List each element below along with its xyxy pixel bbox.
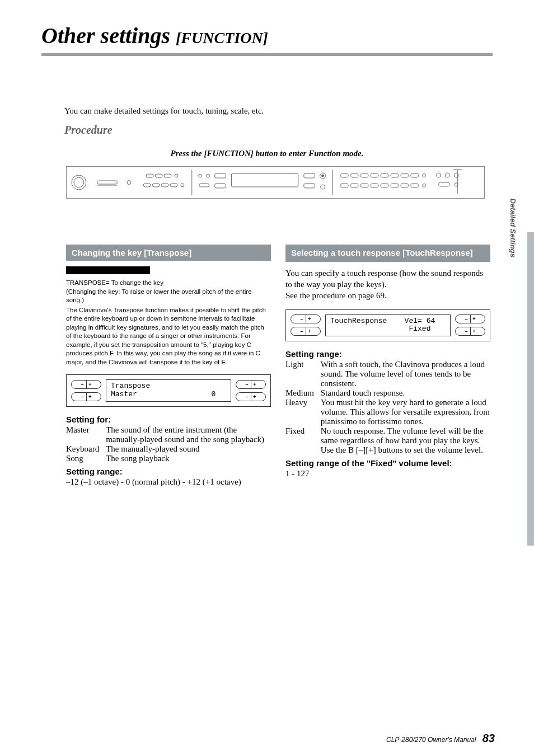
touch-heading: Selecting a touch response [TouchRespons… [285, 245, 490, 262]
term-fixed: Fixed [285, 426, 321, 455]
desc-fixed: No touch response. The volume level will… [321, 426, 490, 455]
touch-lcd-block: –+ –+ TouchResponse Vel= 64 Fixed –+ –+ [285, 309, 490, 342]
c-minus-plus-button-r[interactable]: –+ [291, 327, 321, 336]
b-minus-plus-button[interactable]: –+ [236, 380, 266, 389]
a-minus-plus-button[interactable]: –+ [71, 380, 101, 389]
panel-svg [67, 167, 484, 198]
svg-point-45 [436, 173, 441, 177]
svg-rect-27 [340, 173, 348, 177]
desc-keyboard: The manually-played sound [106, 444, 271, 454]
desc-heavy: You must hit the key very hard to genera… [321, 398, 490, 426]
black-bar [66, 266, 150, 274]
svg-rect-2 [97, 181, 118, 184]
desc-medium: Standard touch response. [321, 388, 490, 398]
d-minus-plus-button-r[interactable]: –+ [455, 327, 485, 336]
right-button-pair-r: –+ –+ [455, 314, 485, 336]
svg-point-15 [199, 174, 202, 177]
desc-light: With a soft touch, the Clavinova produce… [321, 360, 490, 388]
fixed-range: 1 - 127 [285, 468, 490, 479]
term-song: Song [66, 454, 106, 463]
side-tab: Detailed Settings [509, 199, 517, 257]
svg-rect-22 [304, 184, 315, 188]
svg-rect-10 [152, 184, 160, 187]
term-keyboard: Keyboard [66, 444, 106, 454]
svg-rect-43 [411, 184, 419, 187]
svg-rect-7 [164, 174, 171, 177]
d-minus-plus-button[interactable]: –+ [236, 392, 266, 401]
svg-rect-12 [170, 184, 177, 187]
c-minus-plus-button[interactable]: –+ [71, 392, 101, 401]
fixed-range-label: Setting range of the "Fixed" volume leve… [285, 458, 490, 468]
svg-rect-17 [199, 184, 209, 187]
setting-for-list: MasterThe sound of the entire instrument… [66, 425, 271, 463]
svg-rect-18 [215, 173, 226, 178]
touch-range-list: LightWith a soft touch, the Clavinova pr… [285, 360, 490, 455]
transpose-lcd-block: –+ –+ Transpose Master 0 –+ –+ [66, 374, 271, 407]
transpose-term: TRANSPOSE= To change the key [66, 279, 271, 288]
procedure-step: Press the [FUNCTION] button to enter Fun… [0, 137, 534, 166]
svg-point-46 [445, 173, 449, 177]
term-light: Light [285, 360, 321, 388]
footer-page: 83 [483, 732, 495, 744]
term-medium: Medium [285, 388, 321, 398]
left-button-pair: –+ –+ [71, 380, 101, 401]
svg-point-13 [181, 184, 184, 187]
b-minus-plus-button-r[interactable]: –+ [455, 314, 485, 323]
term-master: Master [66, 425, 106, 444]
right-button-pair: –+ –+ [236, 380, 266, 401]
right-column: Selecting a touch response [TouchRespons… [285, 245, 490, 487]
left-column: Changing the key [Transpose] TRANSPOSE= … [66, 245, 271, 487]
svg-rect-31 [381, 173, 388, 177]
svg-rect-28 [350, 173, 358, 177]
lcd-line1: Transpose [111, 382, 226, 391]
footer: CLP-280/270 Owner's Manual 83 [386, 732, 495, 745]
touch-para1: You can specify a touch response (how th… [285, 267, 490, 290]
intro-text: You can make detailed settings for touch… [0, 56, 534, 116]
svg-point-47 [454, 173, 458, 177]
transpose-term2: (Changing the key: To raise or lower the… [66, 288, 271, 305]
setting-range-label-right: Setting range: [285, 349, 490, 359]
svg-rect-5 [146, 174, 153, 177]
svg-point-16 [207, 174, 210, 177]
svg-rect-32 [391, 173, 399, 177]
svg-point-35 [423, 174, 426, 177]
svg-rect-36 [340, 184, 348, 187]
svg-point-4 [127, 181, 131, 185]
title-main: Other settings [41, 23, 170, 48]
svg-rect-9 [143, 184, 151, 187]
transpose-para: The Clavinova's Transpose function makes… [66, 306, 271, 367]
transpose-lcd: Transpose Master 0 [106, 379, 231, 402]
svg-rect-20 [231, 173, 298, 187]
svg-rect-42 [401, 184, 409, 187]
lcd-line2: Master 0 [111, 391, 226, 399]
svg-point-44 [423, 184, 426, 187]
desc-song: The song playback [106, 454, 271, 463]
lcd-line1-r: TouchResponse Vel= 64 [330, 317, 446, 326]
a-minus-plus-button-r[interactable]: –+ [291, 314, 321, 323]
svg-rect-19 [215, 184, 226, 188]
side-stripe [527, 232, 534, 546]
transpose-heading: Changing the key [Transpose] [66, 245, 271, 261]
svg-rect-40 [381, 184, 388, 187]
svg-rect-6 [155, 174, 162, 177]
svg-point-25 [321, 185, 325, 189]
svg-rect-38 [360, 184, 368, 187]
term-heavy: Heavy [285, 398, 321, 426]
svg-rect-34 [411, 173, 419, 177]
desc-master: The sound of the entire instrument (the … [106, 425, 271, 444]
setting-for-label: Setting for: [66, 415, 271, 424]
svg-rect-48 [438, 182, 449, 186]
svg-point-1 [74, 177, 84, 187]
touch-para2: See the procedure on page 69. [285, 290, 490, 301]
setting-range-label-left: Setting range: [66, 467, 271, 476]
procedure-heading: Procedure [0, 116, 534, 137]
touch-lcd: TouchResponse Vel= 64 Fixed [325, 314, 451, 337]
svg-rect-39 [371, 184, 378, 187]
svg-rect-11 [161, 184, 168, 187]
control-panel-diagram [66, 166, 485, 199]
svg-rect-33 [401, 173, 409, 177]
svg-rect-41 [391, 184, 399, 187]
svg-point-24 [322, 175, 324, 177]
svg-rect-37 [350, 184, 358, 187]
svg-rect-30 [371, 173, 378, 177]
